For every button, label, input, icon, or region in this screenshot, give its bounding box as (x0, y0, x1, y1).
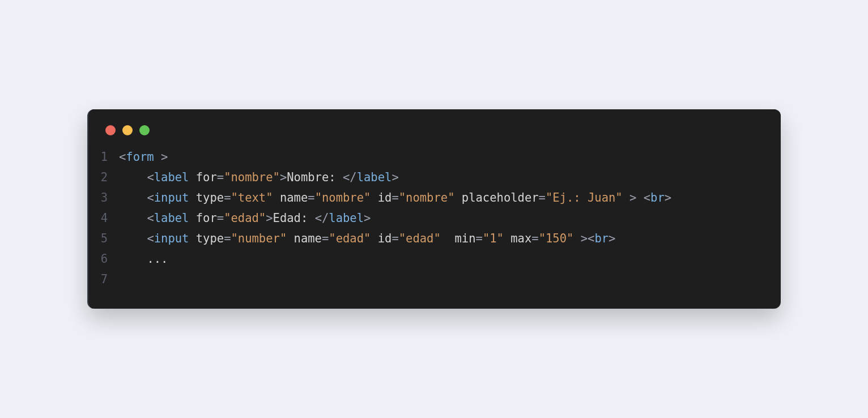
code-line: 6 ... (100, 249, 769, 269)
line-number: 5 (100, 228, 119, 249)
code-content: <label for="nombre">Nombre: </label> (119, 167, 399, 187)
maximize-icon[interactable] (139, 125, 150, 135)
code-line: 7 (100, 269, 769, 289)
code-content: ... (119, 249, 168, 269)
minimize-icon[interactable] (122, 125, 133, 135)
line-number: 4 (100, 208, 119, 228)
code-line: 5 <input type="number" name="edad" id="e… (100, 228, 769, 249)
code-content: <input type="number" name="edad" id="eda… (119, 228, 615, 249)
code-content: <label for="edad">Edad: </label> (119, 208, 371, 228)
code-area[interactable]: 1<form >2 <label for="nombre">Nombre: </… (88, 142, 781, 309)
code-content: <form > (119, 147, 168, 167)
code-line: 4 <label for="edad">Edad: </label> (100, 208, 769, 228)
code-content: <input type="text" name="nombre" id="nom… (119, 187, 671, 208)
line-number: 1 (100, 147, 119, 167)
line-number: 7 (100, 269, 119, 289)
line-number: 3 (100, 187, 119, 208)
window-titlebar (88, 109, 781, 142)
code-line: 3 <input type="text" name="nombre" id="n… (100, 187, 769, 208)
code-editor-window: 1<form >2 <label for="nombre">Nombre: </… (87, 109, 781, 309)
line-number: 6 (100, 249, 119, 269)
code-line: 2 <label for="nombre">Nombre: </label> (100, 167, 769, 187)
close-icon[interactable] (105, 125, 116, 135)
line-number: 2 (100, 167, 119, 187)
code-line: 1<form > (100, 147, 769, 167)
